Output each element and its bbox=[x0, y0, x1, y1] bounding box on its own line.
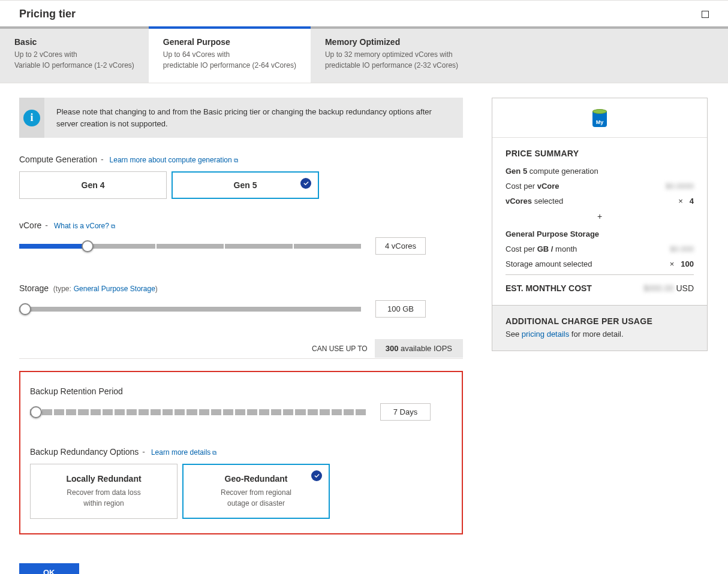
compute-generation-label: Compute Generation- Learn more about com… bbox=[19, 155, 463, 164]
locally-redundant-option[interactable]: Locally Redundant Recover from data loss… bbox=[30, 464, 178, 519]
vcore-help-link[interactable]: What is a vCore?⧉ bbox=[54, 222, 115, 230]
slider-thumb[interactable] bbox=[19, 303, 31, 315]
storage-value: 100 GB bbox=[375, 300, 426, 318]
external-link-icon: ⧉ bbox=[212, 449, 216, 456]
tab-basic[interactable]: Basic Up to 2 vCores with Variable IO pe… bbox=[0, 29, 149, 83]
tab-sub: Variable IO performance (1-2 vCores) bbox=[14, 60, 134, 71]
storage-label: Storage (type: General Purpose Storage) bbox=[19, 283, 463, 293]
cost-per-vcore-value: $0.0000 bbox=[666, 182, 694, 191]
price-summary-title: PRICE SUMMARY bbox=[506, 149, 694, 158]
iops-note: CAN USE UP TO 300 available IOPS bbox=[19, 339, 463, 359]
storage-type-link[interactable]: General Purpose Storage bbox=[74, 285, 155, 293]
retention-value: 7 Days bbox=[380, 403, 431, 421]
est-cost-value: $000.00 bbox=[643, 283, 674, 293]
backup-redundancy-label: Backup Redundancy Options- Learn more de… bbox=[30, 447, 452, 457]
tab-memory-optimized[interactable]: Memory Optimized Up to 32 memory optimiz… bbox=[311, 29, 473, 83]
price-summary-card: My PRICE SUMMARY Gen 5 compute generatio… bbox=[492, 98, 708, 351]
additional-charge-title: ADDITIONAL CHARGE PER USAGE bbox=[506, 316, 694, 326]
check-icon bbox=[300, 178, 311, 189]
pricing-details-link[interactable]: pricing details bbox=[522, 330, 570, 339]
ok-button[interactable]: OK bbox=[19, 563, 79, 574]
vcore-value: 4 vCores bbox=[375, 237, 426, 255]
page-title: Pricing tier bbox=[19, 8, 76, 20]
info-banner: i Please note that changing to and from … bbox=[19, 98, 463, 138]
external-link-icon: ⧉ bbox=[111, 223, 115, 229]
tab-general-purpose[interactable]: General Purpose Up to 64 vCores with pre… bbox=[149, 29, 311, 83]
vcore-label: vCore- What is a vCore?⧉ bbox=[19, 220, 463, 230]
tab-sub: Up to 64 vCores with bbox=[163, 49, 296, 60]
info-text: Please note that changing to and from th… bbox=[44, 98, 463, 138]
gen5-option[interactable]: Gen 5 bbox=[172, 171, 319, 199]
tab-sub: Up to 2 vCores with bbox=[14, 49, 134, 60]
tab-title: General Purpose bbox=[163, 37, 296, 47]
maximize-icon[interactable] bbox=[702, 11, 709, 18]
learn-more-compute-link[interactable]: Learn more about compute generation⧉ bbox=[110, 156, 238, 164]
learn-more-redundancy-link[interactable]: Learn more details⧉ bbox=[151, 448, 216, 457]
tab-sub: predictable IO performance (2-32 vCores) bbox=[325, 60, 458, 71]
retention-slider[interactable] bbox=[30, 409, 366, 415]
cost-per-gb-value: $0.000 bbox=[670, 244, 694, 253]
tab-sub: Up to 32 memory optimized vCores with bbox=[325, 49, 458, 60]
mysql-icon: My bbox=[591, 109, 608, 127]
tab-title: Memory Optimized bbox=[325, 37, 458, 47]
storage-slider[interactable] bbox=[19, 307, 361, 312]
geo-redundant-option[interactable]: Geo-Redundant Recover from regional outa… bbox=[182, 464, 330, 519]
backup-retention-label: Backup Retention Period bbox=[30, 386, 452, 396]
slider-thumb[interactable] bbox=[30, 406, 42, 418]
tab-sub: predictable IO performance (2-64 vCores) bbox=[163, 60, 296, 71]
backup-highlight-box: Backup Retention Period 7 Days Backup Re… bbox=[19, 371, 463, 534]
pricing-tier-tabs: Basic Up to 2 vCores with Variable IO pe… bbox=[0, 29, 728, 83]
external-link-icon: ⧉ bbox=[234, 157, 238, 164]
vcore-slider[interactable] bbox=[19, 244, 361, 249]
check-icon bbox=[311, 470, 322, 481]
info-icon: i bbox=[23, 110, 40, 126]
tab-title: Basic bbox=[14, 37, 134, 47]
gen4-option[interactable]: Gen 4 bbox=[19, 171, 167, 199]
slider-thumb[interactable] bbox=[82, 240, 94, 252]
